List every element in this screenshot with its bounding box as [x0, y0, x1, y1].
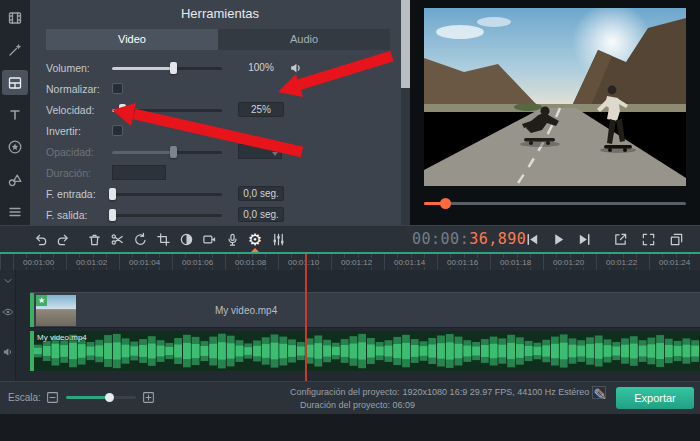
- fullscreen-icon: [641, 232, 656, 247]
- wand-icon: [7, 42, 23, 58]
- timecode-prefix: 00:00:: [412, 230, 469, 248]
- tool-control-opacidad: [112, 141, 230, 162]
- video-clip[interactable]: ★ My video.mp4: [30, 292, 700, 328]
- crop-button[interactable]: [153, 229, 173, 249]
- preview-scene: [424, 8, 686, 186]
- sidebar-item-media[interactable]: [2, 5, 28, 30]
- equalizer-icon: [271, 232, 286, 247]
- pencil-icon: ✎: [593, 387, 606, 403]
- tab-video[interactable]: Video: [46, 29, 218, 50]
- camera-icon: [202, 232, 217, 247]
- slider-handle[interactable]: [109, 209, 116, 221]
- ruler-label: 00:01:18: [499, 258, 532, 267]
- ruler-label: 00:01:10: [287, 258, 320, 267]
- clip-thumbnail: ★: [36, 295, 76, 326]
- track-header-column: [0, 270, 16, 381]
- play-button[interactable]: [548, 229, 568, 249]
- delete-button[interactable]: [84, 229, 104, 249]
- ruler-label: 00:01:22: [605, 258, 638, 267]
- video-clip-label: My video.mp4: [215, 305, 277, 316]
- detach-player-button[interactable]: [666, 229, 686, 249]
- tool-row-volumen: Volumen:100%: [30, 57, 410, 78]
- sidebar-item-tools[interactable]: [2, 70, 28, 95]
- tool-row-opacidad: Opacidad:: [30, 141, 410, 162]
- eye-toggle[interactable]: [2, 304, 14, 316]
- tools-scrollbar-track[interactable]: [401, 0, 410, 225]
- duración-input: [112, 165, 166, 180]
- sidebar-item-callouts[interactable]: [2, 167, 28, 192]
- normalizar-checkbox[interactable]: [112, 83, 123, 94]
- preview-seek-bar[interactable]: [424, 197, 686, 210]
- scissors-icon: [110, 232, 125, 247]
- opacidad-slider: [112, 145, 222, 159]
- slider-handle[interactable]: [109, 188, 116, 200]
- previous-frame-button[interactable]: [522, 229, 542, 249]
- sidebar-item-filters[interactable]: [2, 37, 28, 62]
- slider-fill: [112, 151, 173, 154]
- sidebar-item-stickers[interactable]: [2, 135, 28, 160]
- volumen-slider[interactable]: [112, 61, 222, 75]
- fentrada-slider[interactable]: [112, 187, 222, 201]
- invertir-checkbox[interactable]: [112, 125, 123, 136]
- ruler-label: 00:01:00: [22, 258, 55, 267]
- tool-label-duración: Duración:: [46, 167, 112, 179]
- tool-row-fsalida: F. salida:0,0 seg.: [30, 204, 410, 225]
- sidebar-item-more-tools[interactable]: [2, 200, 28, 225]
- shapes-icon: [7, 172, 23, 188]
- color-adjustments-button[interactable]: [176, 229, 196, 249]
- share-button[interactable]: [610, 229, 630, 249]
- volumen-value: 100%: [238, 62, 284, 73]
- seek-handle[interactable]: [440, 198, 451, 209]
- audio-levels-button[interactable]: [268, 229, 288, 249]
- slider-handle[interactable]: [170, 62, 177, 74]
- redo-button[interactable]: [53, 229, 73, 249]
- split-button[interactable]: [107, 229, 127, 249]
- capture-button[interactable]: [199, 229, 219, 249]
- slider-fill: [112, 67, 173, 70]
- ruler-label: 00:01:16: [446, 258, 479, 267]
- project-config-label: Configuración del proyecto:: [290, 387, 400, 397]
- ruler-label: 00:01:14: [393, 258, 426, 267]
- scale-label: Escala:: [8, 392, 41, 403]
- rotate-button[interactable]: [130, 229, 150, 249]
- status-bar: Escala: Configuración del proyecto:1920x…: [0, 381, 700, 414]
- trash-icon: [87, 232, 102, 247]
- tools-scrollbar-thumb[interactable]: [401, 0, 410, 88]
- seek-track[interactable]: [424, 202, 686, 205]
- export-button[interactable]: Exportar: [616, 387, 694, 409]
- scale-slider[interactable]: [66, 391, 136, 404]
- sidebar-item-titles[interactable]: [2, 102, 28, 127]
- tools-panel: Herramientas VideoAudio Volumen:100%Norm…: [30, 0, 410, 225]
- next-frame-button[interactable]: [574, 229, 594, 249]
- plus-icon: [142, 391, 155, 404]
- edit-project-settings-button[interactable]: ✎: [592, 386, 606, 399]
- zoom-out-button[interactable]: [46, 391, 59, 404]
- transport-bar: ⚙ 00:00:36,890: [0, 225, 700, 252]
- scale-slider-handle[interactable]: [105, 393, 114, 402]
- playhead[interactable]: [305, 254, 307, 381]
- tool-control-fentrada: [112, 183, 230, 204]
- tool-row-invertir: Invertir:: [30, 120, 410, 141]
- project-duration-label: Duración del proyecto:: [300, 400, 390, 410]
- speaker-icon[interactable]: [289, 61, 303, 75]
- film-icon: [7, 10, 23, 26]
- clip-properties-button[interactable]: ⚙: [245, 229, 265, 249]
- slider-handle[interactable]: [119, 104, 126, 116]
- share-icon: [613, 232, 628, 247]
- speaker-toggle[interactable]: [2, 344, 14, 356]
- fullscreen-button[interactable]: [638, 229, 658, 249]
- voiceover-button[interactable]: [222, 229, 242, 249]
- velocidad-slider[interactable]: [112, 103, 222, 117]
- timeline-ruler[interactable]: 00:01:0000:01:0200:01:0400:01:0600:01:08…: [0, 254, 700, 270]
- opacidad-stepper: [238, 144, 282, 159]
- microphone-icon: [225, 232, 240, 247]
- zoom-in-button[interactable]: [142, 391, 155, 404]
- undo-button[interactable]: [30, 229, 50, 249]
- fsalida-slider[interactable]: [112, 208, 222, 222]
- prev-icon: [525, 232, 540, 247]
- tool-label-invertir: Invertir:: [46, 125, 112, 137]
- chevron-down-toggle[interactable]: [2, 273, 14, 285]
- audio-clip[interactable]: My video.mp4: [30, 331, 700, 371]
- tab-audio[interactable]: Audio: [218, 29, 390, 50]
- undo-icon: [33, 232, 48, 247]
